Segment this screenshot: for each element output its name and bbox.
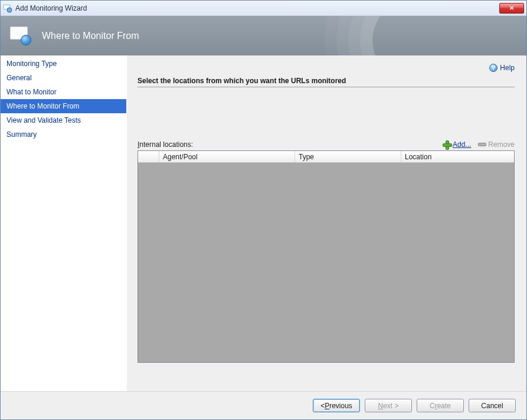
locations-grid[interactable]: Agent/Pool Type Location [138, 150, 515, 363]
grid-header: Agent/Pool Type Location [138, 151, 514, 163]
sidebar-item-summary[interactable]: Summary [1, 127, 126, 142]
sidebar-item-label: General [6, 74, 32, 82]
create-button: Create [417, 399, 464, 412]
remove-label: Remove [488, 140, 515, 149]
window-title: Add Monitoring Wizard [15, 4, 499, 12]
help-label: Help [500, 64, 515, 72]
help-row: ? Help [133, 64, 515, 72]
column-location[interactable]: Location [401, 151, 514, 162]
minus-icon [478, 143, 486, 146]
sidebar-item-label: Summary [6, 130, 37, 139]
wizard-content: ? Help Select the locations from which y… [127, 55, 526, 391]
sidebar-item-monitoring-type[interactable]: Monitoring Type [1, 57, 126, 71]
wizard-window: Add Monitoring Wizard ✕ Where to Monitor… [0, 0, 527, 420]
banner-icon [10, 27, 31, 45]
sidebar-item-what-to-monitor[interactable]: What to Monitor [1, 85, 126, 99]
column-selector[interactable] [138, 151, 159, 162]
close-icon: ✕ [509, 5, 514, 11]
sidebar-item-label: View and Validate Tests [6, 116, 81, 124]
svg-point-1 [7, 8, 12, 12]
wizard-footer: < Previous Next > Create Cancel [1, 391, 526, 419]
internal-locations-label: Internal locations: [138, 140, 436, 149]
banner-title: Where to Monitor From [42, 31, 139, 41]
sidebar-item-general[interactable]: General [1, 71, 126, 85]
sidebar-item-label: What to Monitor [6, 88, 57, 96]
plus-icon [443, 140, 451, 149]
close-button[interactable]: ✕ [499, 3, 524, 14]
grid-body-empty [138, 163, 514, 362]
help-icon: ? [489, 64, 497, 72]
remove-location-button: Remove [478, 140, 515, 149]
help-link[interactable]: ? Help [489, 64, 515, 72]
instruction-text: Select the locations from which you want… [138, 77, 515, 87]
sidebar-item-view-validate-tests[interactable]: View and Validate Tests [1, 113, 126, 127]
sidebar-item-label: Where to Monitor From [6, 102, 79, 110]
column-agent-pool[interactable]: Agent/Pool [159, 151, 295, 162]
cancel-button[interactable]: Cancel [469, 399, 516, 412]
column-type[interactable]: Type [295, 151, 401, 162]
wizard-steps-sidebar: Monitoring Type General What to Monitor … [1, 55, 127, 391]
wizard-body: Monitoring Type General What to Monitor … [1, 55, 526, 391]
app-icon [3, 4, 12, 13]
previous-button[interactable]: < Previous [313, 399, 360, 412]
sidebar-item-where-to-monitor-from[interactable]: Where to Monitor From [1, 99, 126, 113]
add-location-button[interactable]: Add... [443, 140, 471, 149]
titlebar: Add Monitoring Wizard ✕ [1, 1, 526, 16]
add-label: Add... [453, 140, 471, 149]
locations-toolbar: Internal locations: Add... Remove [138, 140, 515, 149]
wizard-banner: Where to Monitor From [1, 16, 526, 55]
next-button: Next > [365, 399, 412, 412]
sidebar-item-label: Monitoring Type [6, 60, 57, 68]
